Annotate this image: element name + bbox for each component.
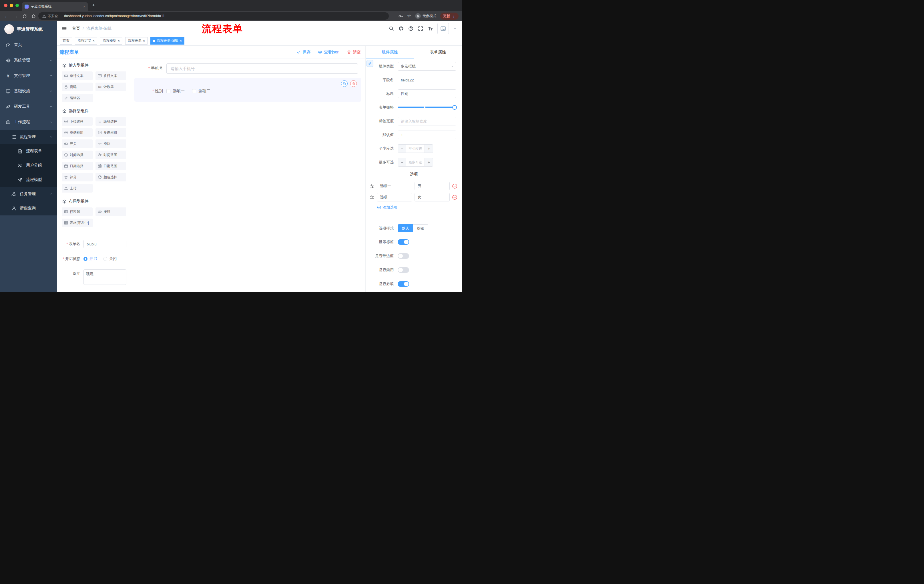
sidebar-item-task-manage[interactable]: 任务管理 xyxy=(0,187,57,201)
minus-icon[interactable]: − xyxy=(398,145,406,153)
window-zoom-button[interactable] xyxy=(15,4,19,7)
close-icon[interactable]: × xyxy=(118,39,120,43)
tag-process-form[interactable]: 流程表单 × xyxy=(125,37,147,44)
option-1-value-input[interactable] xyxy=(414,182,450,190)
palette-item-password[interactable]: 密码 xyxy=(62,82,92,91)
palette-item-upload[interactable]: 上传 xyxy=(62,184,92,192)
field-name-input[interactable] xyxy=(398,76,456,84)
form-name-input[interactable] xyxy=(84,240,126,248)
window-minimize-button[interactable] xyxy=(10,4,13,7)
tab-component-props[interactable]: 组件属性 xyxy=(366,46,414,59)
sidebar-item-process-model[interactable]: 流程模型 xyxy=(0,173,57,187)
window-close-button[interactable] xyxy=(4,4,7,7)
search-icon[interactable] xyxy=(389,26,394,31)
font-size-icon[interactable] xyxy=(428,26,433,31)
canvas-field-phone[interactable]: 手机号 xyxy=(134,63,361,74)
show-label-toggle[interactable] xyxy=(398,239,409,245)
palette-item-time-range[interactable]: 时间范围 xyxy=(96,151,126,159)
close-icon[interactable]: × xyxy=(143,39,145,43)
radio-closed[interactable]: 关闭 xyxy=(103,256,117,262)
tag-home[interactable]: 首页 xyxy=(60,37,72,44)
palette-item-multi-line-text[interactable]: 多行文本 xyxy=(96,71,126,80)
component-type-select[interactable]: 多选框组 xyxy=(398,62,456,71)
canvas-field-gender-selected[interactable]: 性别 选项一 选项二 xyxy=(134,78,361,102)
minus-icon[interactable]: − xyxy=(398,158,406,166)
form-grid-slider[interactable] xyxy=(398,103,455,112)
palette-item-counter[interactable]: 计数器 xyxy=(96,82,126,91)
max-select-placeholder[interactable]: 最多可选 xyxy=(406,158,424,166)
tag-process-definition[interactable]: 流程定义 × xyxy=(75,37,97,44)
tag-process-form-edit[interactable]: 流程表单-编辑 × xyxy=(150,37,185,44)
palette-item-row-container[interactable]: 行容器 xyxy=(62,207,92,216)
checkbox-option-2[interactable]: 选项二 xyxy=(192,89,210,94)
breadcrumb-home[interactable]: 首页 xyxy=(72,26,80,31)
title-input[interactable] xyxy=(398,89,456,98)
disabled-toggle[interactable] xyxy=(398,267,409,273)
option-style-default[interactable]: 默认 xyxy=(398,224,413,232)
checkbox-icon[interactable] xyxy=(192,89,196,93)
palette-item-slider[interactable]: 滑块 xyxy=(96,140,126,148)
sidebar-item-home[interactable]: 首页 xyxy=(0,37,57,53)
tab-form-props[interactable]: 表单属性 xyxy=(414,46,462,59)
avatar[interactable] xyxy=(437,23,449,34)
add-option-button[interactable]: 添加选项 xyxy=(377,205,462,210)
panel-pin-button[interactable] xyxy=(366,60,373,67)
new-tab-button[interactable]: + xyxy=(92,3,95,8)
sidebar-item-workflow[interactable]: 工作流程 xyxy=(0,114,57,130)
fullscreen-icon[interactable] xyxy=(418,26,423,31)
clear-button[interactable]: 清空 xyxy=(347,50,361,55)
bookmark-star-icon[interactable]: ☆ xyxy=(407,14,411,18)
palette-item-rate[interactable]: 评分 xyxy=(62,173,92,181)
palette-item-button[interactable]: 按钮 xyxy=(96,207,126,216)
palette-item-radio-group[interactable]: 单选框组 xyxy=(62,128,92,137)
drag-handle-icon[interactable] xyxy=(370,184,375,189)
hamburger-icon[interactable] xyxy=(62,26,67,31)
delete-field-button[interactable] xyxy=(350,80,357,87)
checkbox-icon[interactable] xyxy=(167,89,170,93)
forward-icon[interactable]: → xyxy=(13,14,18,18)
palette-item-checkbox-group[interactable]: 多选框组 xyxy=(96,128,126,137)
browser-tab[interactable]: 芋道管理系统 × xyxy=(22,2,88,11)
address-bar[interactable]: 不安全 dashboard.yudao.iocoder.cn/bpm/manag… xyxy=(38,12,389,20)
home-icon[interactable] xyxy=(31,14,36,18)
chevron-down-icon[interactable] xyxy=(454,27,457,30)
checkbox-option-1[interactable]: 选项一 xyxy=(167,89,185,94)
sidebar-item-system[interactable]: 系统管理 xyxy=(0,53,57,68)
sidebar-logo[interactable]: 芋道管理系统 xyxy=(0,21,57,37)
browser-update-button[interactable]: 更新 ⋮ xyxy=(440,13,459,20)
sidebar-item-leave-query[interactable]: 请假查询 xyxy=(0,201,57,216)
palette-item-select[interactable]: 下拉选择 xyxy=(62,117,92,126)
github-icon[interactable] xyxy=(399,26,404,31)
back-icon[interactable]: ← xyxy=(4,14,9,18)
sidebar-item-process-manage[interactable]: 流程管理 xyxy=(0,130,57,144)
required-toggle[interactable] xyxy=(398,281,409,287)
reload-icon[interactable] xyxy=(22,14,27,18)
plus-icon[interactable]: + xyxy=(424,158,433,166)
palette-item-editor[interactable]: 编辑器 xyxy=(62,94,92,102)
remove-option-icon[interactable] xyxy=(452,183,457,189)
drag-handle-icon[interactable] xyxy=(370,195,375,200)
palette-item-table[interactable]: 表格[开发中] xyxy=(62,219,92,227)
palette-item-date-range[interactable]: 日期范围 xyxy=(96,162,126,170)
palette-item-single-line-text[interactable]: 单行文本 xyxy=(62,71,92,80)
tag-process-model[interactable]: 流程模型 × xyxy=(100,37,122,44)
option-2-value-input[interactable] xyxy=(414,193,450,201)
key-icon[interactable] xyxy=(398,14,403,18)
palette-item-color-picker[interactable]: 颜色选择 xyxy=(96,173,126,181)
help-icon[interactable] xyxy=(408,26,413,31)
sidebar-item-user-group[interactable]: 用户分组 xyxy=(0,158,57,173)
view-json-button[interactable]: 查看json xyxy=(318,50,339,55)
save-button[interactable]: 保存 xyxy=(297,50,310,55)
sidebar-item-payment[interactable]: ¥ 支付管理 xyxy=(0,68,57,84)
slider-handle[interactable] xyxy=(452,105,457,110)
tab-close-icon[interactable]: × xyxy=(83,4,85,8)
sidebar-item-devtools[interactable]: 研发工具 xyxy=(0,99,57,114)
palette-item-switch[interactable]: 开关 xyxy=(62,140,92,148)
close-icon[interactable]: × xyxy=(180,39,182,43)
copy-field-button[interactable] xyxy=(341,80,348,87)
option-1-name-input[interactable] xyxy=(377,182,412,190)
sidebar-item-process-form[interactable]: 流程表单 xyxy=(0,144,57,158)
default-value-input[interactable] xyxy=(398,131,456,139)
border-toggle[interactable] xyxy=(398,253,409,259)
palette-item-time-picker[interactable]: 时间选择 xyxy=(62,151,92,159)
